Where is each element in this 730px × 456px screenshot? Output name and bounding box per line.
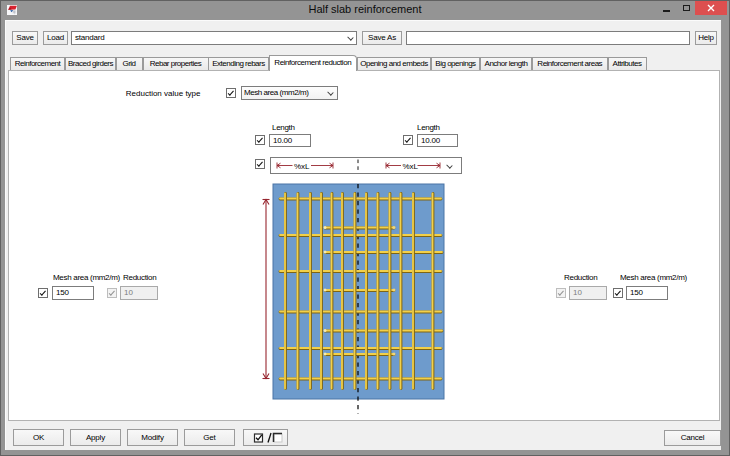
svg-text:%xL: %xL [294, 162, 310, 171]
svg-text:%xL: %xL [403, 162, 419, 171]
